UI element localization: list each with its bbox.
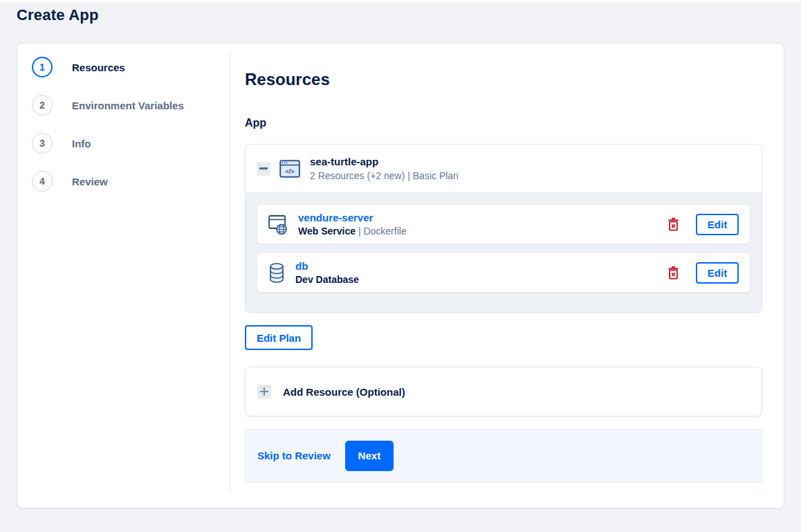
edit-resource-button[interactable]: Edit — [696, 214, 739, 235]
step-resources[interactable]: 1 Resources — [32, 57, 125, 77]
edit-plan-button[interactable]: Edit Plan — [245, 325, 313, 350]
resource-subtitle: Web Service | Dockerfile — [298, 226, 407, 237]
step-review[interactable]: 4 Review — [32, 171, 108, 192]
resource-type: Web Service — [298, 226, 356, 237]
app-window-code-icon: </> — [279, 160, 300, 178]
trash-icon[interactable] — [666, 216, 681, 232]
step-environment-variables[interactable]: 2 Environment Variables — [32, 95, 184, 116]
resource-type: Dev Database — [295, 274, 359, 285]
create-app-page: Create App 1 Resources 2 Environment Var… — [0, 0, 801, 532]
sidebar-divider — [230, 53, 230, 494]
resource-name-link[interactable]: vendure-server — [298, 212, 407, 223]
add-resource-section[interactable]: Add Resource (Optional) — [245, 367, 762, 416]
row-actions: Edit — [666, 262, 739, 284]
svg-text:</>: </> — [285, 167, 294, 174]
step-label: Review — [72, 176, 108, 187]
plus-icon[interactable] — [257, 385, 271, 398]
step-label: Environment Variables — [72, 100, 184, 111]
edit-resource-button[interactable]: Edit — [696, 262, 739, 284]
resources-heading: Resources — [245, 70, 330, 89]
step-number-badge: 1 — [32, 57, 53, 77]
next-button[interactable]: Next — [345, 441, 394, 471]
wizard-footer: Skip to Review Next — [245, 429, 762, 482]
add-resource-label: Add Resource (Optional) — [283, 386, 405, 398]
trash-icon[interactable] — [666, 264, 681, 281]
resource-text: vendure-server Web Service | Dockerfile — [298, 212, 407, 237]
app-name: sea-turtle-app — [310, 156, 459, 167]
resource-detail: | Dockerfile — [356, 226, 407, 237]
app-resource-group-card: </> sea-turtle-app 2 Resources (+2 new) … — [245, 144, 762, 313]
resource-row-db: db Dev Database Edit — [257, 253, 751, 293]
page-title: Create App — [17, 6, 99, 24]
step-info[interactable]: 3 Info — [32, 133, 91, 154]
database-icon — [268, 262, 285, 284]
skip-to-review-link[interactable]: Skip to Review — [257, 450, 331, 461]
step-number-badge: 2 — [32, 95, 53, 116]
row-actions: Edit — [666, 214, 739, 235]
app-header-text: sea-turtle-app 2 Resources (+2 new) | Ba… — [310, 156, 459, 181]
step-label: Resources — [72, 62, 125, 73]
resource-row-vendure-server: vendure-server Web Service | Dockerfile — [257, 204, 751, 244]
top-strip — [0, 0, 801, 3]
app-section-label: App — [245, 117, 266, 129]
resource-text: db Dev Database — [295, 260, 359, 285]
resource-name-link[interactable]: db — [295, 260, 359, 272]
app-summary: 2 Resources (+2 new) | Basic Plan — [310, 170, 459, 181]
step-number-badge: 4 — [32, 171, 53, 192]
app-card-body: vendure-server Web Service | Dockerfile — [246, 193, 762, 304]
step-number-badge: 3 — [32, 133, 53, 154]
resource-subtitle: Dev Database — [295, 274, 359, 285]
collapse-minus-icon[interactable] — [257, 162, 270, 176]
step-label: Info — [72, 138, 91, 149]
app-card-header: </> sea-turtle-app 2 Resources (+2 new) … — [246, 145, 762, 193]
web-service-globe-icon — [268, 214, 288, 235]
